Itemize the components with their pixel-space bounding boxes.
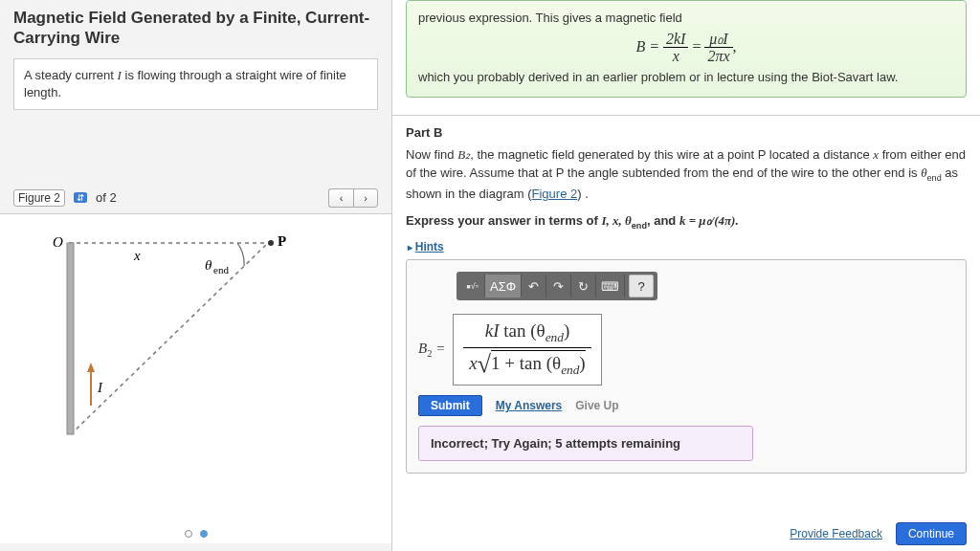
figure-pager-dots	[185, 530, 208, 538]
svg-marker-5	[87, 363, 95, 372]
diagram-label-I: I	[97, 380, 103, 395]
hint-line2: which you probably derived in an earlier…	[418, 68, 954, 87]
diagram-label-theta: θ	[205, 257, 212, 273]
figure-canvas: O P x θ end I	[0, 213, 391, 543]
answer-input[interactable]: kI tan (θend) x√1 + tan (θend)	[453, 314, 601, 386]
equation-toolbar: ▪√▫ ΑΣΦ ↶ ↷ ↻ ⌨ ?	[457, 272, 657, 300]
figure-spinner-icon[interactable]: ⇵	[74, 192, 87, 203]
my-answers-link[interactable]: My Answers	[496, 399, 563, 412]
continue-button[interactable]: Continue	[896, 522, 967, 545]
figure-prev-button[interactable]: ‹	[328, 188, 353, 208]
tool-undo[interactable]: ↶	[522, 275, 546, 298]
svg-rect-2	[67, 243, 74, 434]
diagram-label-theta-sub: end	[213, 264, 229, 276]
diagram-label-P: P	[278, 233, 286, 249]
problem-prompt: A steady current I is flowing through a …	[13, 58, 378, 110]
hints-toggle[interactable]: Hints	[408, 240, 967, 253]
solution-hint-box: previous expression. This gives a magnet…	[406, 0, 967, 98]
problem-title: Magnetic Field Generated by a Finite, Cu…	[13, 8, 378, 49]
prompt-text-pre: A steady current	[24, 68, 118, 82]
provide-feedback-link[interactable]: Provide Feedback	[790, 527, 882, 540]
figure-selector-bar: Figure 2 ⇵ of 2 ‹ ›	[13, 187, 378, 209]
tool-greek[interactable]: ΑΣΦ	[485, 275, 522, 298]
figure-next-button[interactable]: ›	[353, 188, 378, 208]
answer-lhs: B2 =	[418, 341, 445, 359]
diagram-label-x: x	[133, 248, 141, 263]
svg-point-3	[268, 240, 274, 246]
figure-count: of 2	[96, 190, 117, 205]
tool-help[interactable]: ?	[629, 275, 654, 298]
express-instruction: Express your answer in terms of I, x, θe…	[406, 211, 967, 232]
svg-line-1	[71, 243, 268, 434]
figure-dot-1[interactable]	[185, 530, 192, 538]
hint-line1: previous expression. This gives a magnet…	[418, 9, 954, 28]
figure-diagram: O P x θ end I	[0, 214, 392, 463]
tool-keyboard[interactable]: ⌨	[596, 275, 625, 298]
diagram-label-O: O	[53, 234, 63, 250]
part-b-heading: Part B	[406, 125, 967, 140]
give-up-link[interactable]: Give Up	[575, 399, 618, 412]
hint-equation: B = 2kIx = μ₀I2πx,	[418, 32, 954, 65]
feedback-message: Incorrect; Try Again; 5 attempts remaini…	[418, 426, 753, 461]
tool-redo[interactable]: ↷	[546, 275, 571, 298]
submit-button[interactable]: Submit	[418, 395, 482, 416]
part-b-body: Now find B₂, the magnetic field generate…	[406, 145, 967, 204]
tool-reset[interactable]: ↻	[571, 275, 596, 298]
figure-label: Figure 2	[13, 189, 65, 207]
figure-2-link[interactable]: Figure 2	[532, 187, 578, 201]
answer-area: ▪√▫ ΑΣΦ ↶ ↷ ↻ ⌨ ? B2 = kI tan (θend) x√1…	[406, 259, 967, 474]
divider	[392, 115, 980, 116]
figure-dot-2[interactable]	[200, 530, 208, 538]
tool-templates[interactable]: ▪√▫	[460, 275, 485, 298]
